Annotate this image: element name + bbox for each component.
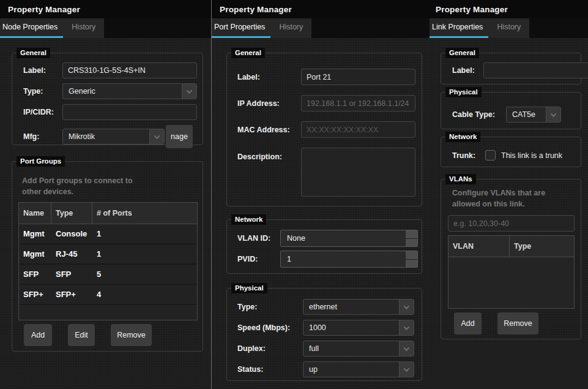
add-vlan-button[interactable]: Add	[454, 312, 482, 334]
panel-content: General Label: IP Address: MAC Address:	[212, 38, 430, 389]
vlan-range-input[interactable]	[448, 215, 575, 232]
field-label: Label:	[452, 66, 483, 75]
panel-title: Property Manager	[430, 5, 508, 14]
table-cell: Console	[51, 224, 92, 243]
tab-bar: Link Properties History	[430, 18, 588, 38]
field-label: Trunk:	[452, 151, 485, 160]
port-type-dropdown[interactable]: ethernet	[303, 299, 414, 315]
property-manager-workspace: Property Manager Node Properties History…	[0, 0, 588, 389]
link-label-input[interactable]	[483, 62, 588, 78]
vlan-id-spinbox[interactable]: None	[280, 230, 418, 247]
field-label: Status:	[237, 365, 303, 374]
vlans-table[interactable]: VLAN Type	[448, 235, 575, 309]
table-cell: Mgmt	[19, 224, 51, 243]
table-cell: RJ-45	[51, 244, 92, 263]
port-groups-description: Add Port groups to connect to other devi…	[22, 175, 135, 197]
table-cell: 1	[92, 244, 197, 263]
tab-port-properties[interactable]: Port Properties	[212, 18, 270, 38]
table-cell: Mgmt	[19, 244, 51, 263]
panel-header: Property Manager	[0, 0, 211, 18]
pvid-spinbox[interactable]: 1	[280, 251, 418, 268]
tab-link-properties[interactable]: Link Properties	[430, 18, 488, 38]
cable-type-field-row: Cable Type: CAT5e	[452, 107, 581, 123]
duplex-dropdown[interactable]: full	[303, 341, 414, 357]
field-label: PVID:	[237, 255, 280, 263]
vlans-group: VLANs Configure VLANs that are allowed o…	[441, 179, 581, 339]
general-group: General Label:	[441, 53, 581, 85]
node-properties-panel: Property Manager Node Properties History…	[0, 0, 211, 389]
port-label-input[interactable]	[301, 69, 415, 85]
tab-bar: Node Properties History	[0, 18, 211, 38]
trunk-checkbox[interactable]	[485, 150, 496, 161]
chevron-down-icon	[399, 320, 414, 335]
type-field-row: Type: ethernet	[237, 299, 414, 315]
edit-port-group-button[interactable]: Edit	[68, 324, 95, 346]
mac-address-input[interactable]	[301, 121, 415, 138]
table-row[interactable]: MgmtRJ-451	[19, 244, 197, 265]
table-cell: SFP	[51, 265, 92, 284]
status-field-row: Status: up	[237, 361, 414, 377]
label-field-row: Label:	[23, 62, 197, 78]
speed-dropdown[interactable]: 1000	[303, 320, 414, 336]
network-group: Network Trunk: This link is a trunk	[441, 137, 581, 167]
spin-down-button[interactable]	[406, 239, 417, 247]
field-label: VLAN ID:	[237, 234, 280, 243]
table-row[interactable]: SFP+SFP+4	[19, 285, 197, 305]
manage-button[interactable]: nage	[166, 125, 193, 148]
chevron-down-icon	[399, 300, 414, 314]
tab-node-properties[interactable]: Node Properties	[0, 18, 63, 38]
type-field-row: Type: Generic	[23, 83, 197, 99]
tab-history[interactable]: History	[488, 18, 529, 38]
field-label: Duplex:	[237, 344, 303, 353]
spin-up-button[interactable]	[406, 230, 417, 238]
field-label: Type:	[237, 303, 303, 311]
node-type-dropdown[interactable]: Generic	[62, 83, 197, 99]
field-label: Description:	[237, 148, 301, 161]
group-title: General	[445, 48, 479, 58]
pvid-field-row: PVID: 1	[237, 251, 418, 268]
field-label: Label:	[237, 73, 301, 81]
table-cell: SFP+	[19, 285, 51, 304]
link-properties-panel: Property Manager Link Properties History…	[430, 0, 588, 389]
spin-up-button[interactable]	[406, 251, 417, 259]
vlan-id-field-row: VLAN ID: None	[237, 230, 418, 247]
group-title: Network	[231, 214, 266, 225]
cable-type-dropdown[interactable]: CAT5e	[506, 107, 561, 123]
ip-address-field-row: IP Address:	[237, 95, 415, 111]
add-port-group-button[interactable]: Add	[24, 324, 52, 346]
tab-history[interactable]: History	[63, 18, 104, 38]
group-title: General	[231, 48, 265, 58]
table-header: Name Type # of Ports	[19, 203, 197, 224]
chevron-down-icon	[182, 84, 196, 99]
mfg-field-row: Mfg: Mikrotik nage	[23, 125, 197, 148]
table-row[interactable]: MgmtConsole1	[19, 224, 197, 244]
panel-content: General Label: Physical Cable Type: CAT5…	[430, 38, 588, 389]
chevron-down-icon	[399, 341, 414, 356]
field-label: IP/CIDR:	[23, 108, 62, 116]
group-title: Physical	[231, 283, 267, 293]
remove-vlan-button[interactable]: Remove	[497, 312, 538, 334]
ip-cidr-input[interactable]	[62, 104, 197, 120]
ip-cidr-field-row: IP/CIDR:	[23, 104, 197, 120]
empty-bottom-pane	[433, 343, 588, 389]
group-title: General	[17, 48, 50, 58]
field-label: Label:	[23, 66, 62, 75]
remove-port-group-button[interactable]: Remove	[111, 324, 152, 346]
group-title: VLANs	[445, 174, 476, 184]
tab-history[interactable]: History	[270, 18, 311, 38]
table-row[interactable]: SFPSFP5	[19, 265, 197, 285]
port-groups-table[interactable]: Name Type # of Ports MgmtConsole1MgmtRJ-…	[18, 202, 198, 320]
table-body: MgmtConsole1MgmtRJ-451SFPSFP5SFP+SFP+4	[19, 224, 197, 305]
ip-address-input[interactable]	[301, 95, 415, 111]
table-cell: 1	[92, 224, 197, 243]
status-dropdown[interactable]: up	[303, 361, 414, 377]
field-label: Speed (Mbps):	[237, 323, 303, 332]
port-properties-panel: Property Manager Port Properties History…	[212, 0, 430, 389]
chevron-down-icon	[546, 107, 560, 122]
spin-down-button[interactable]	[406, 260, 417, 268]
manufacturer-dropdown[interactable]: Mikrotik	[62, 129, 165, 145]
node-label-input[interactable]	[62, 62, 197, 78]
description-textarea[interactable]	[301, 148, 415, 197]
panel-header: Property Manager	[430, 0, 588, 18]
general-group: General Label: IP Address: MAC Address:	[226, 53, 422, 206]
